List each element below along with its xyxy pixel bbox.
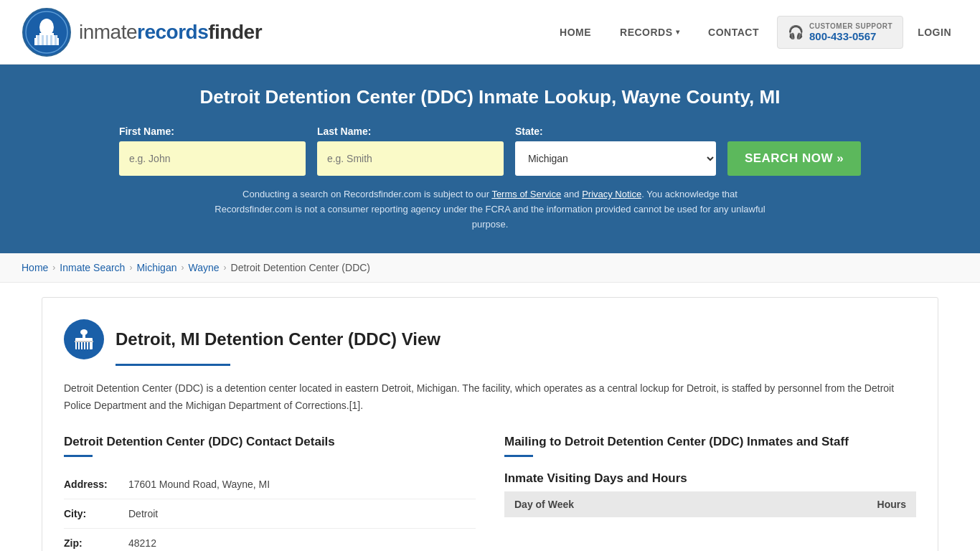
nav-home[interactable]: HOME — [549, 27, 602, 38]
svg-rect-8 — [46, 35, 48, 45]
address-row: Address: 17601 Mound Road, Wayne, MI — [64, 470, 476, 499]
headset-icon: 🎧 — [788, 24, 804, 40]
logo[interactable]: inmaterecordsfinder — [22, 7, 262, 57]
first-name-label: First Name: — [119, 126, 174, 137]
support-label: CUSTOMER SUPPORT — [809, 22, 892, 30]
col-hours: Hours — [759, 491, 916, 517]
svg-rect-3 — [39, 33, 54, 35]
last-name-input[interactable] — [317, 141, 504, 176]
state-label: State: — [515, 126, 543, 137]
zip-row: Zip: 48212 — [64, 529, 476, 551]
two-columns: Detroit Detention Center (DDC) Contact D… — [64, 435, 916, 551]
breadcrumb-home[interactable]: Home — [22, 262, 48, 273]
customer-support-button[interactable]: 🎧 CUSTOMER SUPPORT 800-433-0567 — [777, 16, 903, 49]
facility-title-underline — [116, 364, 230, 366]
facility-header: Detroit, MI Detention Center (DDC) View — [64, 319, 916, 359]
breadcrumb-wayne[interactable]: Wayne — [188, 262, 219, 273]
building-icon — [72, 328, 95, 351]
nav-contact[interactable]: CONTACT — [697, 27, 770, 38]
visiting-section-title: Inmate Visiting Days and Hours — [504, 471, 916, 486]
search-now-button[interactable]: SEARCH NOW » — [727, 141, 861, 176]
mailing-section-underline — [504, 455, 533, 457]
first-name-input[interactable] — [119, 141, 306, 176]
tos-link[interactable]: Terms of Service — [491, 189, 561, 199]
table-header-row: Day of Week Hours — [504, 491, 916, 517]
contact-section-title: Detroit Detention Center (DDC) Contact D… — [64, 435, 476, 449]
breadcrumb-sep-3: › — [181, 263, 184, 273]
chevron-down-icon: ▾ — [676, 28, 680, 36]
search-form: First Name: Last Name: State: Michigan S… — [29, 126, 951, 176]
col-day-of-week: Day of Week — [504, 491, 759, 517]
content-card: Detroit, MI Detention Center (DDC) View … — [42, 297, 938, 551]
breadcrumb-sep-1: › — [52, 263, 55, 273]
state-select[interactable]: Michigan — [515, 141, 716, 176]
breadcrumb-michigan[interactable]: Michigan — [136, 262, 176, 273]
breadcrumb-inmate-search[interactable]: Inmate Search — [60, 262, 125, 273]
city-value: Detroit — [128, 508, 158, 519]
disclaimer-text: Conducting a search on Recordsfinder.com… — [210, 187, 770, 232]
support-number: 800-433-0567 — [809, 30, 892, 42]
contact-section-underline — [64, 455, 93, 457]
breadcrumb-sep-2: › — [129, 263, 132, 273]
mailing-section-title: Mailing to Detroit Detention Center (DDC… — [504, 435, 916, 449]
zip-value: 48212 — [128, 537, 156, 549]
breadcrumb-sep-4: › — [224, 263, 227, 273]
svg-rect-14 — [80, 342, 81, 349]
visiting-hours-table: Day of Week Hours — [504, 491, 916, 517]
state-field: State: Michigan — [515, 126, 716, 176]
city-label: City: — [64, 508, 121, 519]
svg-point-20 — [80, 329, 88, 335]
svg-rect-9 — [50, 35, 52, 45]
facility-icon — [64, 319, 104, 359]
facility-description: Detroit Detention Center (DDC) is a dete… — [64, 380, 916, 415]
city-row: City: Detroit — [64, 499, 476, 529]
svg-rect-21 — [75, 341, 93, 342]
site-header: inmaterecordsfinder HOME RECORDS ▾ CONTA… — [0, 0, 980, 65]
mailing-visiting-section: Mailing to Detroit Detention Center (DDC… — [504, 435, 916, 551]
nav-records[interactable]: RECORDS ▾ — [609, 27, 690, 38]
first-name-field: First Name: — [119, 126, 306, 176]
hero-section: Detroit Detention Center (DDC) Inmate Lo… — [0, 65, 980, 253]
svg-rect-15 — [83, 342, 84, 349]
last-name-label: Last Name: — [317, 126, 371, 137]
svg-rect-6 — [37, 35, 39, 45]
address-value: 17601 Mound Road, Wayne, MI — [128, 479, 270, 490]
svg-rect-16 — [85, 342, 87, 349]
main-content: Detroit, MI Detention Center (DDC) View … — [20, 283, 960, 551]
svg-rect-11 — [46, 19, 47, 27]
breadcrumb: Home › Inmate Search › Michigan › Wayne … — [0, 253, 980, 283]
logo-text: inmaterecordsfinder — [79, 21, 262, 44]
zip-label: Zip: — [64, 537, 121, 549]
breadcrumb-current: Detroit Detention Center (DDC) — [231, 262, 371, 273]
privacy-link[interactable]: Privacy Notice — [582, 189, 641, 199]
svg-rect-17 — [88, 342, 90, 349]
svg-rect-13 — [77, 342, 78, 349]
svg-rect-7 — [42, 35, 44, 45]
last-name-field: Last Name: — [317, 126, 504, 176]
address-label: Address: — [64, 479, 121, 490]
logo-icon — [22, 7, 72, 57]
contact-details-section: Detroit Detention Center (DDC) Contact D… — [64, 435, 476, 551]
login-button[interactable]: LOGIN — [910, 27, 958, 38]
main-nav: HOME RECORDS ▾ CONTACT 🎧 CUSTOMER SUPPOR… — [549, 16, 958, 49]
hero-title: Detroit Detention Center (DDC) Inmate Lo… — [29, 86, 951, 108]
svg-rect-10 — [55, 35, 57, 45]
facility-title: Detroit, MI Detention Center (DDC) View — [116, 329, 440, 349]
